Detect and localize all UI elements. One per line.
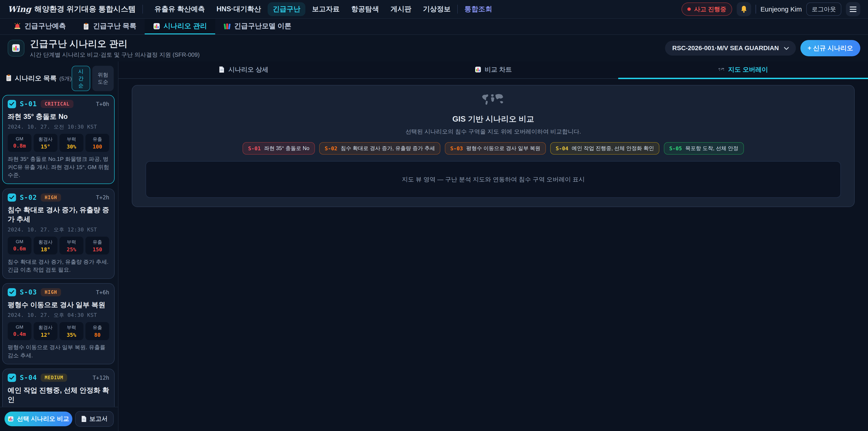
chip-id: S-03 <box>450 145 463 151</box>
content-tab-label: 비교 차트 <box>485 65 512 74</box>
scenario-chip-S-05[interactable]: S-05목포항 도착, 선체 안정 <box>664 142 744 155</box>
module-tab-1[interactable]: 긴급구난 목록 <box>74 19 145 34</box>
module-tab-0[interactable]: 긴급구난예측 <box>5 19 74 34</box>
books-icon <box>223 23 231 30</box>
content-tabs: 시나리오 상세비교 차트지도 오버레이 <box>119 61 868 79</box>
notifications-button[interactable] <box>737 2 751 17</box>
world-map-icon <box>718 66 725 73</box>
stat-label: 횡경사 <box>35 239 56 245</box>
scenario-card-S-02[interactable]: S-02 HIGH T+2h 침수 확대로 경사 증가, 유출량 증가 추세 2… <box>2 188 115 279</box>
scenario-chips: S-01좌현 35° 충돌로 NoS-02침수 확대로 경사 증가, 유출량 증… <box>243 142 744 155</box>
sort-button-1[interactable]: 위험도순 <box>92 66 114 91</box>
scenario-checkbox[interactable] <box>8 100 16 108</box>
stat-value: 80 <box>87 332 108 338</box>
scenario-description: 평형수 이동으로 경사 일부 복원. 유출률 감소 추세. <box>8 343 110 359</box>
scenario-chip-S-04[interactable]: S-04예인 작업 진행중, 선체 안정화 확인 <box>550 142 659 155</box>
app-title: 해양환경 위기대응 통합시스템 <box>34 4 135 14</box>
stat-value: 0.4m <box>9 331 30 337</box>
scenario-title: 평형수 이동으로 경사 일부 복원 <box>8 300 110 310</box>
sort-button-0[interactable]: 시간순 <box>72 66 90 91</box>
scenario-card-S-04[interactable]: S-04 MEDIUM T+12h 예인 작업 진행중, 선체 안정화 확인 2… <box>2 369 115 407</box>
report-button[interactable]: 보고서 <box>75 411 114 427</box>
stat-label: 유출 <box>87 239 108 245</box>
status-dot <box>687 7 691 11</box>
nav-item-4[interactable]: 항공탐색 <box>346 2 384 16</box>
stat-tile: 횡경사15° <box>34 134 57 152</box>
content-tab-1[interactable]: 비교 차트 <box>368 61 618 79</box>
menu-button[interactable] <box>846 2 860 17</box>
logout-button[interactable]: 로그아웃 <box>806 2 842 16</box>
scenario-description: 좌현 35° 충돌로 No.1P 화물탱크 파공, 벙커C유 유출 개시. 좌현… <box>8 155 110 179</box>
stat-label: 횡경사 <box>35 324 56 331</box>
scenario-description: 침수 확대로 경사 증가, 유출량 증가 추세. 긴급 이초 작업 검토 필요. <box>8 258 110 274</box>
page-title: 긴급구난 시나리오 관리 <box>30 37 199 50</box>
header-divider <box>755 5 756 13</box>
sidebar-footer: 선택 시나리오 비교 보고서 <box>0 407 118 431</box>
scenario-list: S-01 CRITICAL T+0h 좌현 35° 충돌로 No 2024. 1… <box>0 94 118 407</box>
compare-label: 선택 시나리오 비교 <box>17 415 69 423</box>
main-layout: 시나리오 목록 (5개) 시간순위험도순 S-01 CRITICAL T+0h … <box>0 61 868 431</box>
nav-item-5[interactable]: 게시판 <box>385 2 416 16</box>
scenario-checkbox[interactable] <box>8 374 16 382</box>
stat-tile: 부력35% <box>59 322 83 340</box>
sidebar-header: 시나리오 목록 (5개) 시간순위험도순 <box>0 61 118 94</box>
severity-badge: HIGH <box>41 288 61 296</box>
logo-mark: Wing <box>8 4 31 14</box>
stat-tile: 부력30% <box>59 134 83 152</box>
scenario-title: 좌현 35° 충돌로 No <box>8 112 110 121</box>
scenario-card-S-01[interactable]: S-01 CRITICAL T+0h 좌현 35° 충돌로 No 2024. 1… <box>2 95 115 184</box>
compare-scenarios-button[interactable]: 선택 시나리오 비교 <box>4 411 72 426</box>
chip-id: S-05 <box>669 145 682 151</box>
chip-id: S-02 <box>324 145 337 151</box>
content-tab-2[interactable]: 지도 오버레이 <box>618 61 868 79</box>
content-tab-label: 지도 오버레이 <box>728 65 768 74</box>
scenario-stats: GM0.8m횡경사15°부력30%유출100 <box>8 134 110 152</box>
bell-icon <box>740 5 747 13</box>
card-header: S-02 HIGH T+2h <box>8 193 110 202</box>
scenario-card-S-03[interactable]: S-03 HIGH T+6h 평형수 이동으로 경사 일부 복원 2024. 1… <box>2 283 115 364</box>
incident-select[interactable]: RSC-2026-001·M/V SEA GUARDIAN <box>665 41 796 56</box>
chip-label: 침수 확대로 경사 증가, 유출량 증가 추세 <box>341 145 435 152</box>
scenario-checkbox[interactable] <box>8 193 16 202</box>
nav-item-6[interactable]: 기상정보 <box>418 2 456 16</box>
card-header: S-03 HIGH T+6h <box>8 288 110 297</box>
chart-icon <box>8 416 14 422</box>
chip-id: S-04 <box>556 145 568 151</box>
scenario-count: (5개) <box>59 75 72 82</box>
stat-value: 150 <box>87 246 108 252</box>
page-subtitle: 시간 단계별 시나리오 비교·검토 및 구난 의사결정 지원 (SFR-009) <box>30 51 199 59</box>
scenario-id: S-03 <box>20 288 37 296</box>
module-tab-3[interactable]: 긴급구난모델 이론 <box>215 19 300 34</box>
incident-status-label: 사고 진행중 <box>694 5 726 13</box>
scenario-chip-S-02[interactable]: S-02침수 확대로 경사 증가, 유출량 증가 추세 <box>319 142 440 155</box>
nav-divider <box>457 5 458 13</box>
new-scenario-button[interactable]: + 신규 시나리오 <box>800 40 860 56</box>
gis-panel: GIS 기반 시나리오 비교 선택된 시나리오의 침수 구역을 지도 위에 오버… <box>132 85 855 207</box>
stat-value: 30% <box>61 144 82 150</box>
nav-item-1[interactable]: HNS·대기확산 <box>212 2 266 16</box>
page-icon <box>8 40 24 56</box>
card-header: S-04 MEDIUM T+12h <box>8 374 110 382</box>
chart-icon <box>11 43 20 53</box>
scenario-datetime: 2024. 10. 27. 오전 10:30 KST <box>8 123 110 130</box>
scenario-title: 예인 작업 진행중, 선체 안정화 확인 <box>8 386 110 404</box>
stat-tile: GM0.6m <box>8 237 31 254</box>
module-tab-2[interactable]: 시나리오 관리 <box>145 19 215 34</box>
stat-tile: 유출150 <box>86 237 109 254</box>
clipboard-icon <box>5 74 12 83</box>
nav-item-2[interactable]: 긴급구난 <box>268 2 305 16</box>
module-tab-label: 긴급구난모델 이론 <box>234 22 291 31</box>
scenario-stats: GM0.6m횡경사18°부력25%유출150 <box>8 237 110 254</box>
stat-tile: GM0.4m <box>8 322 31 340</box>
stat-label: 부력 <box>61 324 82 331</box>
nav-item-3[interactable]: 보고자료 <box>307 2 345 16</box>
scenario-chip-S-01[interactable]: S-01좌현 35° 충돌로 No <box>243 142 315 155</box>
content-tab-0[interactable]: 시나리오 상세 <box>119 61 368 79</box>
chip-label: 평형수 이동으로 경사 일부 복원 <box>466 145 540 152</box>
scenario-checkbox[interactable] <box>8 288 16 297</box>
nav-item-7[interactable]: 통합조회 <box>460 2 497 16</box>
scenario-chip-S-03[interactable]: S-03평형수 이동으로 경사 일부 복원 <box>445 142 546 155</box>
scenario-sidebar: 시나리오 목록 (5개) 시간순위험도순 S-01 CRITICAL T+0h … <box>0 61 119 431</box>
nav-item-0[interactable]: 유출유 확산예측 <box>150 2 210 16</box>
scenario-datetime: 2024. 10. 27. 오후 04:30 KST <box>8 312 110 319</box>
